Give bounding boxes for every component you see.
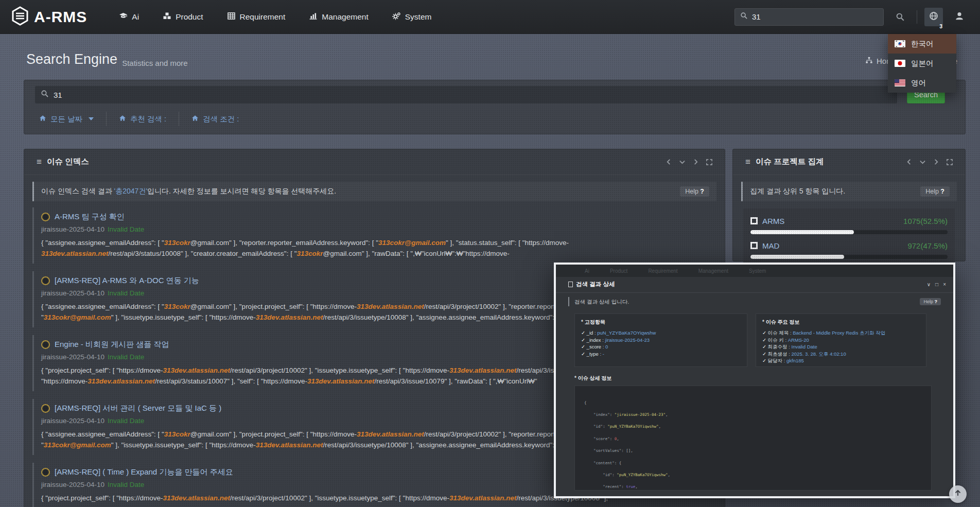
field-row: 이슈 키ARMS-20 — [762, 337, 920, 344]
nav-item-requirement[interactable]: Requirement — [227, 12, 286, 22]
nav-item-product[interactable]: Product — [163, 12, 203, 22]
list-icon: ≡ — [37, 157, 42, 167]
progress-bar — [750, 255, 948, 259]
navbar: A-RMS Ai Product Requirement Management … — [0, 0, 980, 34]
language-option-english[interactable]: 영어 — [888, 73, 956, 93]
field-row: 담당자gkfn185 — [762, 357, 920, 364]
user-button[interactable] — [950, 8, 969, 26]
aggregation-alert: 집계 결과 상위 5 항목 입니다. Help ? — [741, 182, 957, 201]
panel-controls — [906, 159, 953, 165]
search-icon — [41, 90, 49, 100]
result-title-link[interactable]: [ARMS-REQ] ( Time ) Expand 기능을 만들어 주세요 — [55, 467, 233, 477]
chevron-left-icon[interactable] — [666, 159, 672, 165]
chevron-right-icon[interactable] — [693, 159, 698, 165]
brand-text: A-RMS — [34, 8, 87, 26]
main-menu: Ai Product Requirement Management System — [119, 12, 431, 22]
search-input[interactable] — [54, 91, 891, 99]
globe-icon — [929, 11, 938, 23]
navbar-search-button[interactable] — [891, 9, 909, 25]
table-icon — [227, 12, 236, 22]
field-row: 최초생성2025. 3. 28. 오후 4:02:10 — [762, 351, 920, 358]
invalid-date-label: Invalid Date — [108, 225, 144, 233]
result-title-link[interactable]: [ARMS-REQ] 서버 관리 ( Server 모듈 및 IaC 등 ) — [55, 404, 221, 413]
search-filters: 모든 날짜 추천 검색 : 검색 조건 : — [35, 112, 251, 126]
issue-type-icon — [41, 213, 50, 221]
invalid-date-label: Invalid Date — [108, 417, 144, 425]
detail-window-titlebar: 검색 결과 상세 ∨ □ × — [556, 277, 953, 291]
invalid-date-label: Invalid Date — [108, 481, 144, 488]
detail-window-title: 검색 결과 상세 — [568, 281, 615, 288]
progress-bar — [750, 230, 948, 234]
chevron-right-icon[interactable] — [933, 159, 939, 165]
language-dropdown: 한국어 일본어 영어 — [888, 34, 956, 93]
issue-index-title: ≡ 이슈 인덱스 — [37, 156, 89, 167]
filter-recommended-search[interactable]: 추천 검색 : — [107, 114, 179, 124]
language-button[interactable]: 3 — [924, 8, 943, 26]
project-checkbox[interactable] — [750, 242, 758, 249]
brand-hexagon-icon — [11, 6, 29, 28]
field-row: _idpuN_YZYBaKa7OYiqwshw — [581, 329, 741, 337]
navbar-search-input[interactable] — [752, 12, 878, 21]
home-icon — [119, 115, 126, 123]
chevron-down-icon — [89, 117, 94, 120]
us-flag-icon — [895, 79, 905, 86]
field-row: _score0 — [581, 343, 741, 351]
issue-detail-section: 이슈 상세 정보 { "index": "jiraissue-2025-04-2… — [574, 375, 932, 491]
project-label[interactable]: MAD — [762, 241, 779, 250]
result-title-link[interactable]: A-RMS 팀 구성 확인 — [55, 212, 125, 222]
maximize-icon[interactable]: □ — [935, 282, 938, 287]
navbar-search — [734, 8, 884, 26]
brand-logo[interactable]: A-RMS — [11, 6, 87, 28]
aggregation-row: ARMS 1075(52.5%) — [750, 214, 948, 228]
expand-icon[interactable] — [706, 159, 712, 165]
project-count: 1075(52.5%) — [903, 217, 948, 225]
result-count-link[interactable]: '총2047건' — [114, 187, 148, 195]
result-title-link[interactable]: [ARMS-REQ] A-RMS 와 A-DOC 연동 기능 — [55, 276, 199, 286]
issue-type-icon — [41, 404, 50, 413]
chevron-down-icon[interactable] — [920, 159, 925, 165]
window-controls: ∨ □ × — [927, 282, 946, 287]
filter-all-dates[interactable]: 모든 날짜 — [35, 114, 106, 124]
issue-index-header: ≡ 이슈 인덱스 — [24, 149, 725, 175]
aggregation-row: MAD 972(47.5%) — [750, 239, 948, 252]
aggregation-header: ≡ 이슈 프로젝트 집계 — [733, 149, 965, 175]
home-icon — [191, 115, 199, 123]
project-checkbox[interactable] — [750, 217, 758, 224]
field-row: 최종수정Invalid Date — [762, 343, 920, 351]
page-header: Search Engine Statistics and more Home >… — [26, 51, 957, 67]
graduation-cap-icon — [119, 12, 128, 22]
detail-window: Ai Product Requirement Management System… — [554, 263, 955, 498]
filter-search-conditions[interactable]: 검색 조건 : — [179, 114, 251, 124]
language-option-korean[interactable]: 한국어 — [888, 34, 956, 54]
minimize-icon[interactable]: ∨ — [927, 282, 931, 287]
nav-item-ai[interactable]: Ai — [119, 12, 139, 22]
help-badge: Help ? — [920, 186, 950, 197]
chevron-down-icon[interactable] — [679, 159, 685, 165]
list-icon: ≡ — [745, 157, 750, 167]
help-badge: Help ? — [920, 298, 941, 305]
aggregation-list: ARMS 1075(52.5%) MAD 972(47.5%) — [743, 208, 955, 270]
search-box — [35, 86, 897, 103]
home-icon — [39, 115, 46, 123]
scroll-top-button[interactable] — [949, 485, 967, 503]
result-item: A-RMS 팀 구성 확인 jiraissue-2025-04-10Invali… — [32, 207, 716, 264]
app: A-RMS Ai Product Requirement Management … — [0, 0, 980, 507]
result-json: { "assignee.assignee_emailAddress": [ "3… — [41, 237, 716, 259]
japan-flag-icon — [895, 60, 905, 67]
result-title-link[interactable]: Engine - 비회원 게시판 샘플 작업 — [55, 340, 169, 349]
chevron-left-icon[interactable] — [906, 159, 912, 165]
issue-type-icon — [41, 468, 50, 477]
fixed-fields-panel: 고정항목 _idpuN_YZYBaKa7OYiqwshw _indexjirai… — [574, 313, 747, 367]
cubes-icon — [163, 12, 171, 22]
issue-index-alert: 이슈 인덱스 검색 결과 '총2047건'입니다. 자세한 정보를 보시려면 해… — [32, 182, 716, 201]
close-icon[interactable]: × — [943, 282, 946, 287]
issue-type-icon — [41, 276, 50, 285]
korea-flag-icon — [895, 40, 905, 47]
language-option-japanese[interactable]: 일본어 — [888, 54, 956, 73]
language-count-badge: 3 — [939, 23, 942, 29]
project-label[interactable]: ARMS — [762, 217, 784, 225]
nav-item-management[interactable]: Management — [309, 12, 368, 22]
nav-item-system[interactable]: System — [392, 12, 432, 22]
expand-icon[interactable] — [947, 159, 953, 165]
invalid-date-label: Invalid Date — [108, 289, 144, 297]
